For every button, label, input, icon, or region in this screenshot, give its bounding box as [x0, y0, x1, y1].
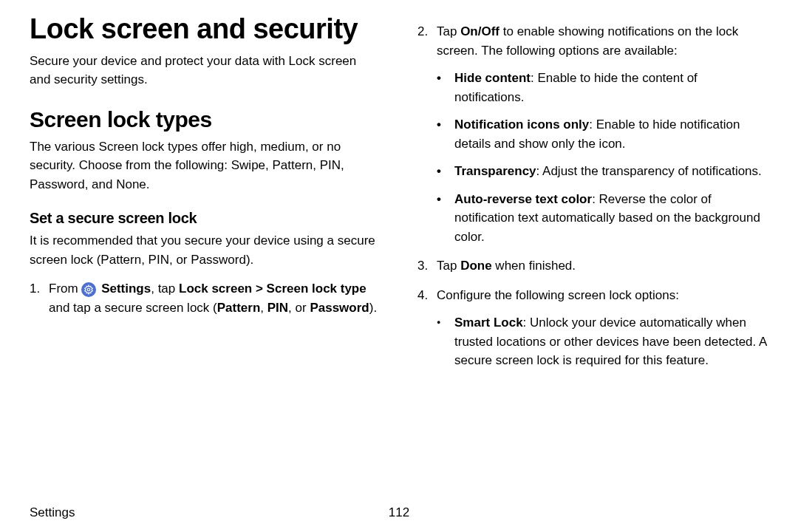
bullet-icon: • — [437, 190, 454, 247]
bullet-icon: ● — [437, 313, 454, 370]
option-label: Notification icons only — [454, 117, 589, 132]
footer-section-label: Settings — [30, 505, 75, 520]
left-column: Lock screen and security Secure your dev… — [30, 15, 381, 370]
settings-icon — [81, 282, 96, 297]
option-auto-reverse-text-color: • Auto-reverse text color: Reverse the c… — [417, 190, 768, 247]
text-bold-pin: PIN — [267, 301, 288, 315]
secure-recommendation-paragraph: It is recommended that you secure your d… — [30, 231, 381, 269]
text-bold-done: Done — [460, 259, 492, 273]
step-1: 1. From Settings, tap Lock screen > Scre… — [30, 279, 381, 317]
step-number: 1. — [30, 279, 49, 317]
text-fragment: and tap a secure screen lock ( — [49, 301, 217, 315]
text-bold-settings: Settings — [101, 282, 151, 296]
option-label: Smart Lock — [454, 316, 523, 330]
option-smart-lock: ● Smart Lock: Unlock your device automat… — [417, 313, 768, 370]
text-fragment: Tap — [437, 24, 460, 38]
step-number: 3. — [417, 256, 437, 276]
text-fragment: From — [49, 282, 81, 296]
page-title: Lock screen and security — [30, 15, 381, 44]
text-fragment: when finished. — [492, 259, 576, 273]
step-3: 3. Tap Done when finished. — [417, 256, 768, 276]
step-2-body: Tap On/Off to enable showing notificatio… — [437, 22, 768, 60]
bullet-icon: • — [437, 115, 454, 153]
option-transparency: • Transparency: Adjust the transparency … — [417, 162, 768, 181]
step-number: 2. — [417, 22, 437, 60]
option-label: Transparency — [454, 164, 536, 178]
text-bold-path: Lock screen > Screen lock type — [179, 282, 366, 296]
text-bold-onoff: On/Off — [460, 24, 499, 38]
option-label: Hide content — [454, 71, 531, 85]
bullet-icon: • — [437, 69, 454, 106]
text-bold-pattern: Pattern — [217, 301, 261, 315]
option-notification-icons-only: • Notification icons only: Enable to hid… — [417, 115, 768, 153]
step-4-body: Configure the following screen lock opti… — [437, 286, 768, 305]
text-fragment: , tap — [151, 282, 179, 296]
option-hide-content: • Hide content: Enable to hide the conte… — [417, 69, 768, 106]
right-column: 2. Tap On/Off to enable showing notifica… — [417, 15, 768, 370]
footer-page-number: 112 — [389, 505, 409, 520]
intro-paragraph: Secure your device and protect your data… — [30, 52, 381, 89]
bullet-icon: • — [437, 162, 454, 181]
text-fragment: ). — [369, 301, 377, 315]
step-2: 2. Tap On/Off to enable showing notifica… — [417, 22, 768, 60]
section-heading-screen-lock-types: Screen lock types — [30, 107, 381, 132]
step-1-body: From Settings, tap Lock screen > Screen … — [49, 279, 381, 317]
step-number: 4. — [417, 286, 437, 305]
option-label: Auto-reverse text color — [454, 192, 592, 206]
page-footer: Settings 112 — [30, 505, 768, 520]
text-fragment: , — [260, 301, 267, 315]
screen-lock-types-paragraph: The various Screen lock types offer high… — [30, 137, 381, 194]
svg-point-0 — [88, 289, 91, 292]
option-desc: : Adjust the transparency of notificatio… — [536, 164, 762, 178]
subsection-heading-set-secure: Set a secure screen lock — [30, 210, 381, 227]
text-fragment: Tap — [437, 259, 460, 273]
step-4: 4. Configure the following screen lock o… — [417, 286, 768, 305]
text-bold-password: Password — [310, 301, 369, 315]
text-fragment: , or — [288, 301, 310, 315]
step-3-body: Tap Done when finished. — [437, 256, 768, 276]
